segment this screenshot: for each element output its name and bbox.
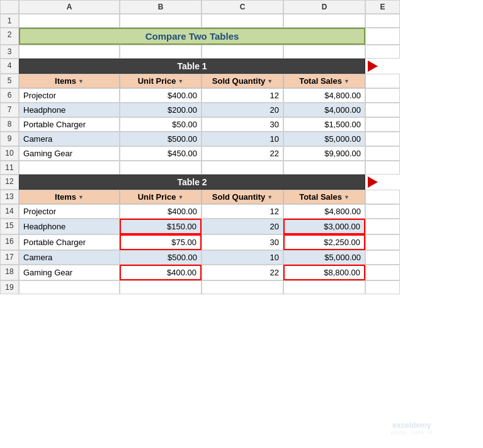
dropdown-icon-unitprice2[interactable]: ▼ xyxy=(178,194,183,200)
arrow-row12 xyxy=(365,175,400,190)
t1-r4-price: $500.00 xyxy=(120,132,202,146)
t1-r1-price: $400.00 xyxy=(120,88,202,103)
t2-r4-sales: $5,000.00 xyxy=(283,250,365,265)
dropdown-icon-totalsales2[interactable]: ▼ xyxy=(344,194,349,200)
dropdown-icon-items2[interactable]: ▼ xyxy=(78,194,84,200)
dropdown-icon-unitprice1[interactable]: ▼ xyxy=(178,78,183,84)
col-header-row-num xyxy=(0,0,19,14)
t1-r1-sales: $4,800.00 xyxy=(283,88,365,103)
t2-r5-qty: 22 xyxy=(202,265,283,280)
dropdown-icon-items1[interactable]: ▼ xyxy=(78,78,84,84)
cell-f9 xyxy=(365,132,400,146)
cell-f5 xyxy=(365,74,400,88)
cell-b3 xyxy=(120,45,202,59)
cell-f16 xyxy=(365,234,400,250)
t1-r3-price: $50.00 xyxy=(120,117,202,132)
row-num-7: 7 xyxy=(0,103,19,117)
row-num-9: 9 xyxy=(0,132,19,146)
row-num-14: 14 xyxy=(0,204,19,219)
t2-r3-sales: $2,250.00 xyxy=(283,234,365,250)
arrow-icon-row4 xyxy=(368,60,378,72)
t2-col-unitprice[interactable]: Unit Price ▼ xyxy=(120,190,202,204)
row-num-13: 13 xyxy=(0,190,19,204)
spreadsheet-wrapper: A B C D E 1 2 Compare Two Tables 3 4 Tab… xyxy=(0,0,483,448)
cell-a19 xyxy=(19,280,120,294)
col-header-d: D xyxy=(283,0,365,14)
cell-f17 xyxy=(365,250,400,265)
col-header-c: C xyxy=(202,0,283,14)
t2-r5-price: $400.00 xyxy=(120,265,202,280)
cell-b1 xyxy=(120,14,202,28)
t1-r5-qty: 22 xyxy=(202,146,283,161)
t1-col-totalsales[interactable]: Total Sales ▼ xyxy=(283,74,365,88)
t2-col-soldqty[interactable]: Sold Quantity ▼ xyxy=(202,190,283,204)
t2-r2-price: $150.00 xyxy=(120,219,202,234)
cell-f7 xyxy=(365,103,400,117)
cell-f14 xyxy=(365,204,400,219)
t1-col-soldqty-label: Sold Quantity xyxy=(212,76,266,86)
row-num-3: 3 xyxy=(0,45,19,59)
t1-col-items[interactable]: Items ▼ xyxy=(19,74,120,88)
cell-d11 xyxy=(283,161,365,175)
t1-r4-sales: $5,000.00 xyxy=(283,132,365,146)
cell-a3 xyxy=(19,45,120,59)
row-num-16: 16 xyxy=(0,234,19,250)
t1-col-soldqty[interactable]: Sold Quantity ▼ xyxy=(202,74,283,88)
col-header-e: E xyxy=(365,0,400,14)
cell-b19 xyxy=(120,280,202,294)
row-num-18: 18 xyxy=(0,265,19,280)
t1-r1-qty: 12 xyxy=(202,88,283,103)
cell-f13 xyxy=(365,190,400,204)
row-num-10: 10 xyxy=(0,146,19,161)
t2-r3-qty: 30 xyxy=(202,234,283,250)
t1-r3-sales: $1,500.00 xyxy=(283,117,365,132)
t1-col-unitprice[interactable]: Unit Price ▼ xyxy=(120,74,202,88)
table2-header-cell: Table 2 xyxy=(19,175,365,190)
exceldemy-watermark: exceldemy EXCEL · DATA · BI xyxy=(390,421,433,435)
row-num-5: 5 xyxy=(0,74,19,88)
cell-d3 xyxy=(283,45,365,59)
table2-header-text: Table 2 xyxy=(177,177,207,187)
t2-r3-price: $75.00 xyxy=(120,234,202,250)
t1-r5-item: Gaming Gear xyxy=(19,146,120,161)
t1-r1-item: Projector xyxy=(19,88,120,103)
t2-col-totalsales[interactable]: Total Sales ▼ xyxy=(283,190,365,204)
t1-r2-sales: $4,000.00 xyxy=(283,103,365,117)
row-num-17: 17 xyxy=(0,250,19,265)
t1-col-unitprice-label: Unit Price xyxy=(138,76,176,86)
t2-r1-sales: $4,800.00 xyxy=(283,204,365,219)
row-num-12: 12 xyxy=(0,175,19,190)
row-num-15: 15 xyxy=(0,219,19,234)
t2-r4-qty: 10 xyxy=(202,250,283,265)
t2-col-totalsales-label: Total Sales xyxy=(299,192,342,202)
cell-e11 xyxy=(365,161,400,175)
cell-e19 xyxy=(365,280,400,294)
spreadsheet-grid: A B C D E 1 2 Compare Two Tables 3 4 Tab… xyxy=(0,0,483,294)
t2-col-items[interactable]: Items ▼ xyxy=(19,190,120,204)
t2-col-soldqty-label: Sold Quantity xyxy=(212,192,266,202)
cell-f2 xyxy=(365,28,400,45)
dropdown-icon-totalsales1[interactable]: ▼ xyxy=(344,78,349,84)
row-num-2: 2 xyxy=(0,28,19,45)
cell-c3 xyxy=(202,45,283,59)
t1-r3-item: Portable Charger xyxy=(19,117,120,132)
t2-r5-item: Gaming Gear xyxy=(19,265,120,280)
cell-a11 xyxy=(19,161,120,175)
t2-r2-item: Headphone xyxy=(19,219,120,234)
t2-col-items-label: Items xyxy=(55,192,76,202)
title-text: Compare Two Tables xyxy=(145,31,239,42)
col-header-b: B xyxy=(120,0,202,14)
table1-header-cell: Table 1 xyxy=(19,59,365,74)
arrow-icon-row12 xyxy=(368,176,378,188)
cell-f8 xyxy=(365,117,400,132)
t2-r2-qty: 20 xyxy=(202,219,283,234)
row-num-6: 6 xyxy=(0,88,19,103)
t1-r2-qty: 20 xyxy=(202,103,283,117)
dropdown-icon-soldqty2[interactable]: ▼ xyxy=(267,194,273,200)
cell-e3 xyxy=(365,45,400,59)
cell-b11 xyxy=(120,161,202,175)
cell-d19 xyxy=(283,280,365,294)
dropdown-icon-soldqty1[interactable]: ▼ xyxy=(267,78,273,84)
row-num-11: 11 xyxy=(0,161,19,175)
t2-r2-sales: $3,000.00 xyxy=(283,219,365,234)
